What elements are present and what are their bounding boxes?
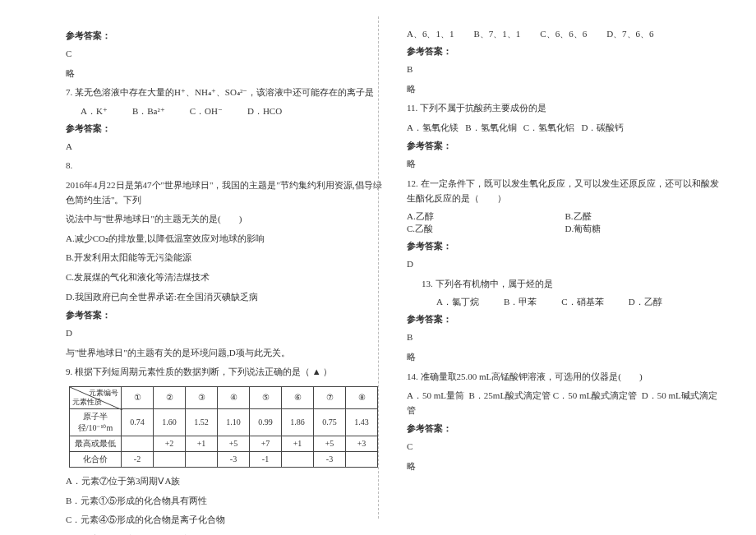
q13-text: 13. 下列各有机物中，属于烃的是 bbox=[407, 277, 723, 292]
q8-opt-b: B.开发利用太阳能等无污染能源 bbox=[66, 251, 382, 265]
q11-text: 11. 下列不属于抗酸药主要成份的是 bbox=[407, 101, 723, 116]
q12-opt-a: A.乙醇 bbox=[407, 210, 565, 223]
col-head: ① bbox=[122, 386, 154, 408]
q12-text: 12. 在一定条件下，既可以发生氧化反应，又可以发生还原反应，还可以和酸发生酯化… bbox=[407, 177, 723, 205]
col-head: ④ bbox=[218, 386, 250, 408]
q6-omit: 略 bbox=[66, 67, 382, 81]
col-head: ③ bbox=[186, 386, 218, 408]
q14-omit: 略 bbox=[407, 459, 723, 474]
q7-text: 7. 某无色溶液中存在大量的H⁺、NH₄⁺、SO₄²⁻，该溶液中还可能存在的离子… bbox=[66, 85, 382, 100]
answer-heading: 参考答案： bbox=[407, 313, 723, 325]
q12-answer: D bbox=[407, 257, 723, 272]
q7-opt-c: C．OH⁻ bbox=[190, 105, 223, 118]
q10-omit: 略 bbox=[407, 82, 723, 97]
q14-opt-b: B．25mL酸式滴定管 bbox=[468, 390, 551, 400]
answer-heading: 参考答案： bbox=[407, 240, 723, 252]
q9-opt-b: B．元素①⑤形成的化合物具有两性 bbox=[66, 494, 382, 509]
q10-opt-b: B、7、1、1 bbox=[473, 28, 520, 40]
q13-answer: B bbox=[407, 330, 723, 345]
q14-opt-c: C．50 mL酸式滴定管 bbox=[553, 390, 637, 400]
q11-omit: 略 bbox=[407, 157, 723, 172]
table-diag-header: 元素编号 元素性质 bbox=[70, 386, 122, 408]
q14-opt-a: A．50 mL量筒 bbox=[407, 390, 464, 400]
col-head: ⑧ bbox=[346, 386, 378, 408]
table-row: 化合价 -2-3-1-3 bbox=[70, 451, 378, 467]
answer-heading: 参考答案： bbox=[66, 30, 382, 42]
q13-omit: 略 bbox=[407, 350, 723, 365]
q12-opt-d: D.葡萄糖 bbox=[565, 223, 724, 235]
q11-opt-b: B．氢氧化铜 bbox=[465, 122, 516, 132]
table-row: 最高或最低 +2+1+5+7+1+5+3 bbox=[70, 436, 378, 451]
q8-opt-c: C.发展煤的气化和液化等清洁煤技术 bbox=[66, 270, 382, 285]
q9-opt-c: C．元素④⑤形成的化合物是离子化合物 bbox=[66, 513, 382, 528]
q13-options: A．氯丁烷 B．甲苯 C．硝基苯 D．乙醇 bbox=[422, 296, 723, 308]
q13-opt-a: A．氯丁烷 bbox=[436, 296, 479, 308]
q12-opt-c: C.乙酸 bbox=[407, 223, 565, 235]
q8-opt-a: A.减少CO₂的排放量,以降低温室效应对地球的影响 bbox=[66, 232, 382, 247]
q8-num: 8. bbox=[66, 159, 382, 173]
q12-opt-b: B.乙醛 bbox=[565, 210, 724, 223]
q7-options: A．K⁺ B．Ba²⁺ C．OH⁻ D．HCO bbox=[81, 105, 382, 118]
answer-heading: 参考答案： bbox=[407, 45, 723, 58]
q11-opt-d: D．碳酸钙 bbox=[581, 122, 624, 132]
q10-opt-c: C、6、6、6 bbox=[540, 28, 587, 40]
q8-opt-d: D.我国政府已向全世界承诺:在全国消灭碘缺乏病 bbox=[66, 290, 382, 305]
col-head: ⑦ bbox=[314, 386, 346, 408]
q14-text: 14. 准确量取25.00 mL高锰酸钾溶液，可选用的仪器是( ) bbox=[407, 370, 723, 385]
left-column: 参考答案： C 略 7. 某无色溶液中存在大量的H⁺、NH₄⁺、SO₄²⁻，该溶… bbox=[66, 25, 394, 527]
page-container: 参考答案： C 略 7. 某无色溶液中存在大量的H⁺、NH₄⁺、SO₄²⁻，该溶… bbox=[0, 0, 756, 535]
q8-explain: 与"世界地球日"的主题有关的是环境问题,D项与此无关。 bbox=[66, 346, 382, 361]
q7-opt-a: A．K⁺ bbox=[81, 105, 108, 118]
table-row: 原子半径/10⁻¹⁰m 0.741.601.521.100.991.860.75… bbox=[70, 408, 378, 436]
q9-text: 9. 根据下列短周期元素性质的数据判断，下列说法正确的是（ ▲ ） bbox=[66, 365, 382, 380]
answer-heading: 参考答案： bbox=[407, 422, 723, 435]
q10-opt-a: A、6、1、1 bbox=[407, 28, 454, 40]
right-column: A、6、1、1 B、7、1、1 C、6、6、6 D、7、6、6 参考答案： B … bbox=[394, 25, 723, 527]
q10-answer: B bbox=[407, 62, 723, 77]
q8-answer: D bbox=[66, 326, 382, 341]
q11-opt-a: A．氢氧化镁 bbox=[407, 122, 459, 132]
q8-line2: 说法中与"世界地球日"的主题无关的是( ) bbox=[66, 212, 382, 227]
col-head: ② bbox=[154, 386, 186, 408]
q13-opt-d: D．乙醇 bbox=[629, 296, 662, 308]
q6-answer: C bbox=[66, 47, 382, 62]
col-head: ⑥ bbox=[282, 386, 314, 408]
q7-opt-b: B．Ba²⁺ bbox=[132, 105, 165, 118]
q13-opt-b: B．甲苯 bbox=[504, 296, 537, 308]
q12-options: A.乙醇 B.乙醛 C.乙酸 D.葡萄糖 bbox=[407, 210, 723, 235]
q7-opt-d: D．HCO bbox=[247, 105, 282, 118]
q14-answer: C bbox=[407, 440, 723, 454]
answer-heading: 参考答案： bbox=[66, 309, 382, 321]
q10-options: A、6、1、1 B、7、1、1 C、6、6、6 D、7、6、6 bbox=[407, 28, 723, 40]
q9-table: 元素编号 元素性质 ① ② ③ ④ ⑤ ⑥ ⑦ ⑧ 原子半径/10⁻¹⁰m 0.… bbox=[69, 386, 378, 468]
col-head: ⑤ bbox=[250, 386, 282, 408]
q13-opt-c: C．硝基苯 bbox=[561, 296, 603, 308]
q10-opt-d: D、7、6、6 bbox=[606, 28, 653, 40]
q11-opt-c: C．氢氧化铝 bbox=[523, 122, 574, 132]
q9-opt-a: A．元素⑦位于第3周期ⅤA族 bbox=[66, 474, 382, 489]
answer-heading: 参考答案： bbox=[66, 122, 382, 135]
answer-heading: 参考答案： bbox=[407, 140, 723, 152]
q11-options: A．氢氧化镁 B．氢氧化铜 C．氢氧化铝 D．碳酸钙 bbox=[407, 121, 723, 136]
q14-options: A．50 mL量筒 B．25mL酸式滴定管 C．50 mL酸式滴定管 D．50 … bbox=[407, 389, 723, 417]
q8-line1: 2016年4月22日是第47个"世界地球日"，我国的主题是"节约集约利用资源,倡… bbox=[66, 178, 382, 207]
q7-answer: A bbox=[66, 140, 382, 155]
